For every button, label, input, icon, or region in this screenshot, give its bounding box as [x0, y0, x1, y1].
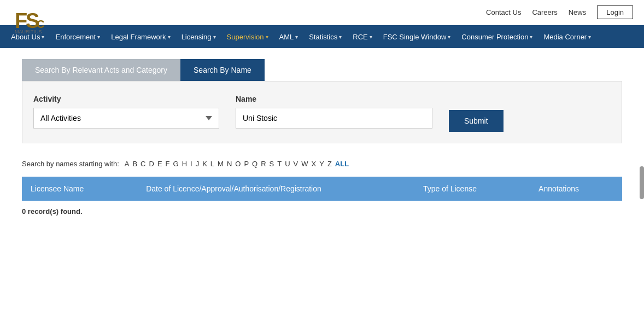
- alpha-link-c[interactable]: C: [140, 160, 145, 168]
- alpha-link-w[interactable]: W: [301, 160, 308, 168]
- name-group: Name: [236, 95, 432, 129]
- chevron-down-icon: ▾: [97, 34, 100, 40]
- table-header-annotations: Annotations: [530, 177, 622, 201]
- alpha-link-v[interactable]: V: [294, 160, 298, 168]
- nav-item-enforcement[interactable]: Enforcement▾: [50, 25, 106, 48]
- alpha-link-p[interactable]: P: [244, 160, 249, 168]
- alpha-link-i[interactable]: I: [190, 160, 192, 168]
- chevron-down-icon: ▾: [266, 34, 268, 40]
- alpha-link-k[interactable]: K: [202, 160, 207, 168]
- alpha-link-f[interactable]: F: [166, 160, 170, 168]
- alpha-link-d[interactable]: D: [149, 160, 154, 168]
- header: F S C MAURITIUS Contact Us Careers News …: [0, 0, 644, 25]
- table-header-licensee-name: Licensee Name: [22, 177, 137, 201]
- page-content: Search By Relevant Acts and Category Sea…: [0, 48, 644, 226]
- alpha-link-l[interactable]: L: [210, 160, 214, 168]
- tab-search-by-acts[interactable]: Search By Relevant Acts and Category: [22, 59, 180, 81]
- nav-item-supervision[interactable]: Supervision▾: [221, 25, 274, 48]
- search-panel: Activity All Activities Name Submit: [22, 81, 622, 143]
- alpha-link-h[interactable]: H: [182, 160, 187, 168]
- results-count: 0 record(s) found.: [22, 207, 622, 215]
- activity-label: Activity: [33, 95, 219, 103]
- name-input[interactable]: [236, 108, 432, 129]
- chevron-down-icon: ▾: [339, 34, 342, 40]
- alphabet-section: Search by names starting with: ABCDEFGHI…: [22, 160, 622, 168]
- tab-search-by-name[interactable]: Search By Name: [180, 59, 265, 81]
- news-link[interactable]: News: [569, 8, 587, 16]
- nav-item-licensing[interactable]: Licensing▾: [176, 25, 221, 48]
- results-table: Licensee NameDate of Licence/Approval/Au…: [22, 177, 622, 201]
- chevron-down-icon: ▾: [588, 34, 591, 40]
- chevron-down-icon: ▾: [42, 34, 44, 40]
- table-header-date-of-licenceapprovalauthorisationregistration: Date of Licence/Approval/Authorisation/R…: [137, 177, 414, 201]
- alpha-link-n[interactable]: N: [227, 160, 232, 168]
- alpha-link-e[interactable]: E: [157, 160, 162, 168]
- alpha-link-all[interactable]: ALL: [335, 160, 349, 168]
- contact-us-link[interactable]: Contact Us: [486, 8, 521, 16]
- alpha-link-t[interactable]: T: [277, 160, 282, 168]
- alpha-link-y[interactable]: Y: [319, 160, 324, 168]
- nav-item-aml[interactable]: AML▾: [274, 25, 304, 48]
- chevron-down-icon: ▾: [168, 34, 171, 40]
- alpha-link-j[interactable]: J: [196, 160, 200, 168]
- chevron-down-icon: ▾: [530, 34, 532, 40]
- alpha-link-s[interactable]: S: [270, 160, 274, 168]
- alpha-link-z[interactable]: Z: [327, 160, 332, 168]
- alpha-prefix: Search by names starting with:: [22, 160, 119, 168]
- main-nav: About Us▾Enforcement▾Legal Framework▾Lic…: [0, 25, 644, 48]
- nav-item-media-corner[interactable]: Media Corner▾: [538, 25, 596, 48]
- alpha-link-m[interactable]: M: [218, 160, 224, 168]
- nav-item-fsc-single-window[interactable]: FSC Single Window▾: [378, 25, 456, 48]
- table-header-type-of-license: Type of License: [414, 177, 530, 201]
- nav-item-statistics[interactable]: Statistics▾: [303, 25, 347, 48]
- alpha-link-b[interactable]: B: [132, 160, 137, 168]
- scrollbar[interactable]: [640, 166, 644, 199]
- chevron-down-icon: ▾: [295, 34, 298, 40]
- nav-item-consumer-protection[interactable]: Consumer Protection▾: [456, 25, 538, 48]
- search-tabs: Search By Relevant Acts and Category Sea…: [22, 59, 622, 81]
- alpha-link-g[interactable]: G: [173, 160, 179, 168]
- alpha-link-o[interactable]: O: [235, 160, 241, 168]
- alpha-link-r[interactable]: R: [261, 160, 266, 168]
- alpha-link-x[interactable]: X: [312, 160, 317, 168]
- name-label: Name: [236, 95, 432, 103]
- svg-text:C: C: [37, 18, 44, 30]
- chevron-down-icon: ▾: [370, 34, 372, 40]
- careers-link[interactable]: Careers: [532, 8, 557, 16]
- nav-item-rce[interactable]: RCE▾: [347, 25, 377, 48]
- alpha-link-q[interactable]: Q: [252, 160, 257, 168]
- alpha-link-u[interactable]: U: [285, 160, 290, 168]
- alpha-link-a[interactable]: A: [125, 160, 130, 168]
- submit-button[interactable]: Submit: [449, 110, 504, 132]
- activity-select[interactable]: All Activities: [33, 108, 219, 129]
- login-button[interactable]: Login: [597, 5, 633, 19]
- logo: F S C MAURITIUS: [11, 5, 49, 36]
- svg-text:MAURITIUS: MAURITIUS: [15, 29, 42, 34]
- table-header-row: Licensee NameDate of Licence/Approval/Au…: [22, 177, 622, 201]
- chevron-down-icon: ▾: [213, 34, 216, 40]
- nav-item-legal-framework[interactable]: Legal Framework▾: [106, 25, 175, 48]
- activity-group: Activity All Activities: [33, 95, 219, 129]
- chevron-down-icon: ▾: [448, 34, 450, 40]
